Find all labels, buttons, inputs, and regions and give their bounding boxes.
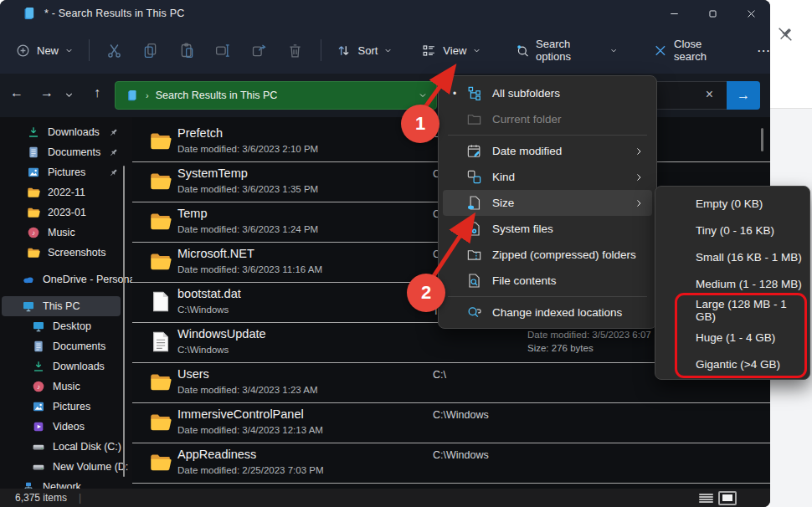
details-view-button[interactable] [698,492,714,504]
sidebar-item-pictures-pinned[interactable]: Pictures [0,162,132,182]
up-button[interactable]: ↑ [87,85,107,100]
video-icon [32,420,45,433]
sidebar-item-local-disk-c[interactable]: Local Disk (C:) [0,437,132,457]
folder-icon [149,210,172,233]
pin-icon [108,127,119,138]
search-options-button[interactable]: Search options [506,33,626,68]
submenu-item-tiny[interactable]: Tiny (0 - 16 KB) [660,217,805,243]
menu-item-system-files[interactable]: ✓ System files [443,216,652,242]
large-icons-view-button[interactable] [718,491,737,505]
view-button[interactable]: View [413,38,490,64]
sidebar-item-2022-11[interactable]: 2022-11 [0,182,132,202]
file-list-scrollbar[interactable] [761,128,763,151]
sidebar-item-documents-pinned[interactable]: Documents [0,142,132,162]
subfolders-icon [466,85,482,101]
new-button[interactable]: New [7,38,82,64]
forward-button[interactable]: → [37,85,57,100]
file-row-immersivecontrolpanel[interactable]: ImmersiveControlPanel Date modified: 3/4… [132,403,770,443]
menu-separator [448,135,647,136]
view-layout-icon [421,43,437,59]
sort-button[interactable]: Sort [327,38,401,64]
search-go-button[interactable]: → [727,81,760,110]
sidebar-scrollbar[interactable] [123,166,125,477]
rename-button[interactable] [205,42,241,59]
disk-icon [32,440,45,453]
sidebar-item-this-pc[interactable]: This PC [2,296,121,316]
chevron-right-icon [634,172,644,182]
annotation-step-2-badge: 2 [407,274,445,312]
file-search-icon [466,273,482,289]
close-button[interactable] [732,0,770,27]
status-divider: | [79,492,81,504]
menu-item-zipped-folders[interactable]: Zipped (compressed) folders [443,242,652,268]
file-row-appreadiness[interactable]: AppReadiness Date modified: 2/25/2023 7:… [132,443,770,484]
back-button[interactable]: ← [7,85,27,100]
folder-icon [27,206,40,219]
chevron-down-icon [609,46,618,55]
paste-button[interactable] [168,42,204,59]
sidebar-item-videos[interactable]: Videos [0,417,132,437]
address-dropdown-chevron[interactable] [418,90,428,100]
size-file-icon [466,195,482,211]
system-file-icon [466,221,482,237]
address-bar-search-progress[interactable]: › Search Results in This PC [115,81,437,110]
menu-item-date-modified[interactable]: Date modified [443,138,652,164]
sidebar-item-2023-01[interactable]: 2023-01 [0,202,132,223]
menu-item-current-folder[interactable]: Current folder [443,106,652,132]
annotation-step-1-badge: 1 [401,105,439,143]
sidebar-item-downloads-pinned[interactable]: Downloads [0,122,132,142]
chevron-down-icon [383,46,393,55]
folder-icon [149,250,172,273]
recent-locations-chevron[interactable] [64,90,75,100]
sidebar-item-desktop[interactable]: Desktop [0,316,132,336]
share-button[interactable] [241,42,277,59]
window-title: * - Search Results in This PC [44,8,184,19]
maximize-button[interactable] [693,0,732,27]
sidebar-item-screenshots[interactable]: Screenshots [0,243,132,263]
chevron-down-icon [64,46,74,55]
go-arrow-icon: → [737,88,750,103]
location-folder-icon [126,90,138,102]
close-search-button[interactable]: Close search [645,33,742,68]
download-icon [32,360,45,373]
sidebar-item-network[interactable]: Network [0,477,132,489]
submenu-item-empty[interactable]: Empty (0 KB) [660,190,805,217]
navigation-pane: Downloads Documents Pictures 2022-11 202… [0,117,132,489]
monitor-icon [22,300,35,313]
submenu-item-small[interactable]: Small (16 KB - 1 MB) [660,243,805,270]
explorer-app-icon [22,7,36,21]
sidebar-item-onedrive[interactable]: OneDrive - Personal [0,269,132,289]
delete-button[interactable] [277,42,313,59]
sidebar-item-music[interactable]: Music [0,376,132,397]
sort-arrows-icon [336,43,352,59]
sidebar-item-downloads[interactable]: Downloads [0,356,132,376]
share-icon [250,42,268,59]
unpin-sidebar-icon[interactable] [776,25,794,44]
plus-circle-icon [15,43,31,59]
folder-icon [149,170,172,192]
more-options-button[interactable]: ⋯ [757,43,770,59]
clear-search-icon[interactable]: × [706,87,713,102]
pin-icon [108,167,119,178]
sidebar-item-documents[interactable]: Documents [0,336,132,356]
folder-icon [149,411,172,433]
menu-item-change-indexed-locations[interactable]: Change indexed locations [443,300,652,325]
folder-icon [27,186,40,199]
sidebar-item-new-volume-d[interactable]: New Volume (D: [0,457,132,477]
copy-button[interactable] [132,42,168,59]
menu-item-size[interactable]: Size [443,190,652,216]
file-meta-size: Size: 276 bytes [527,341,651,355]
folder-icon [149,371,172,393]
minimize-button[interactable] [655,0,693,27]
breadcrumb-location[interactable]: Search Results in This PC [156,90,278,101]
new-button-label: New [37,44,59,57]
menu-item-file-contents[interactable]: File contents [443,268,652,294]
sidebar-item-pictures[interactable]: Pictures [0,397,132,417]
cut-button[interactable] [96,42,132,59]
view-toggles [698,491,737,505]
chevron-down-icon [472,46,481,55]
close-search-label: Close search [674,38,733,63]
menu-item-kind[interactable]: Kind [443,164,652,190]
menu-item-all-subfolders[interactable]: • All subfolders [443,80,652,106]
sidebar-item-music[interactable]: Music [0,223,132,243]
